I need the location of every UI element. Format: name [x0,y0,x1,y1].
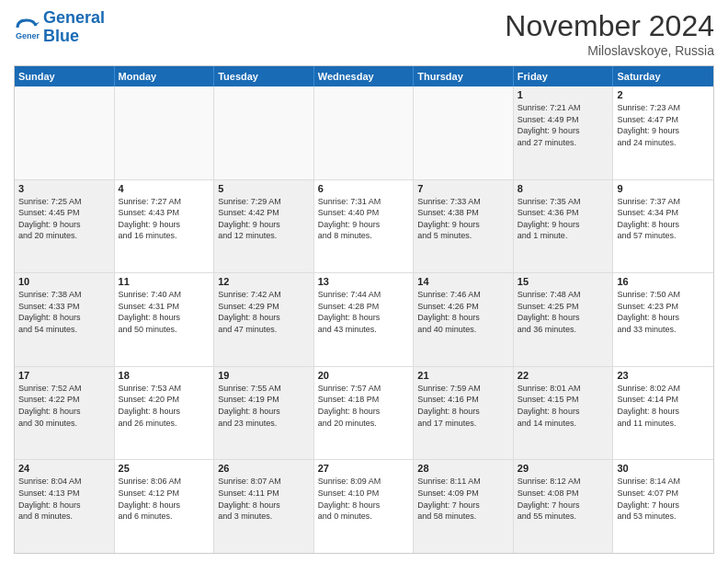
day-number: 7 [417,183,509,194]
day-number: 13 [318,276,410,287]
calendar-cell: 29Sunrise: 8:12 AMSunset: 4:08 PMDayligh… [514,460,614,553]
day-info: Sunrise: 8:01 AMSunset: 4:15 PMDaylight:… [518,383,609,429]
calendar-cell: 3Sunrise: 7:25 AMSunset: 4:45 PMDaylight… [15,180,115,273]
weekday-header: Sunday [15,66,115,86]
day-number: 17 [18,370,110,381]
day-info: Sunrise: 7:31 AMSunset: 4:40 PMDaylight:… [318,196,410,242]
calendar-cell: 18Sunrise: 7:53 AMSunset: 4:20 PMDayligh… [115,367,215,460]
day-number: 6 [318,183,410,194]
logo: General General Blue [14,9,105,46]
day-info: Sunrise: 7:55 AMSunset: 4:19 PMDaylight:… [218,383,310,429]
title-section: November 2024 Miloslavskoye, Russia [505,9,714,58]
location: Miloslavskoye, Russia [505,43,714,58]
day-number: 4 [119,183,210,194]
day-info: Sunrise: 7:33 AMSunset: 4:38 PMDaylight:… [417,196,509,242]
calendar-row: 3Sunrise: 7:25 AMSunset: 4:45 PMDaylight… [15,180,713,274]
calendar-cell: 19Sunrise: 7:55 AMSunset: 4:19 PMDayligh… [214,367,314,460]
calendar-cell: 16Sunrise: 7:50 AMSunset: 4:23 PMDayligh… [613,273,713,366]
page: General General Blue November 2024 Milos… [0,0,728,563]
calendar-cell [414,86,514,179]
day-info: Sunrise: 8:09 AMSunset: 4:10 PMDaylight:… [318,476,410,522]
calendar-cell: 10Sunrise: 7:38 AMSunset: 4:33 PMDayligh… [15,273,115,366]
calendar-cell: 22Sunrise: 8:01 AMSunset: 4:15 PMDayligh… [514,367,614,460]
calendar-cell: 2Sunrise: 7:23 AMSunset: 4:47 PMDaylight… [613,86,713,179]
svg-text:General: General [16,31,40,40]
day-info: Sunrise: 8:02 AMSunset: 4:14 PMDaylight:… [617,383,710,429]
day-info: Sunrise: 7:27 AMSunset: 4:43 PMDaylight:… [119,196,210,242]
weekday-header: Monday [115,66,215,86]
day-number: 21 [417,370,509,381]
calendar-cell: 5Sunrise: 7:29 AMSunset: 4:42 PMDaylight… [214,180,314,273]
day-info: Sunrise: 7:50 AMSunset: 4:23 PMDaylight:… [617,289,710,335]
day-number: 10 [18,276,110,287]
calendar-cell: 12Sunrise: 7:42 AMSunset: 4:29 PMDayligh… [214,273,314,366]
weekday-header: Thursday [414,66,514,86]
calendar-cell: 24Sunrise: 8:04 AMSunset: 4:13 PMDayligh… [15,460,115,553]
day-number: 22 [518,370,609,381]
day-number: 9 [617,183,710,194]
day-number: 25 [119,463,210,474]
day-info: Sunrise: 7:52 AMSunset: 4:22 PMDaylight:… [18,383,110,429]
calendar-cell: 9Sunrise: 7:37 AMSunset: 4:34 PMDaylight… [613,180,713,273]
logo-text: General Blue [43,9,105,46]
day-info: Sunrise: 8:12 AMSunset: 4:08 PMDaylight:… [518,476,609,522]
day-number: 12 [218,276,310,287]
day-info: Sunrise: 8:07 AMSunset: 4:11 PMDaylight:… [218,476,310,522]
day-number: 11 [119,276,210,287]
calendar-row: 10Sunrise: 7:38 AMSunset: 4:33 PMDayligh… [15,273,713,367]
day-number: 3 [18,183,110,194]
day-number: 16 [617,276,710,287]
day-info: Sunrise: 7:57 AMSunset: 4:18 PMDaylight:… [318,383,410,429]
day-info: Sunrise: 7:44 AMSunset: 4:28 PMDaylight:… [318,289,410,335]
day-info: Sunrise: 8:11 AMSunset: 4:09 PMDaylight:… [417,476,509,522]
day-number: 5 [218,183,310,194]
header: General General Blue November 2024 Milos… [14,9,714,58]
day-number: 14 [417,276,509,287]
calendar-cell: 21Sunrise: 7:59 AMSunset: 4:16 PMDayligh… [414,367,514,460]
day-number: 30 [617,463,710,474]
calendar-cell: 28Sunrise: 8:11 AMSunset: 4:09 PMDayligh… [414,460,514,553]
day-number: 19 [218,370,310,381]
day-info: Sunrise: 8:04 AMSunset: 4:13 PMDaylight:… [18,476,110,522]
day-number: 1 [518,89,609,100]
calendar-cell: 23Sunrise: 8:02 AMSunset: 4:14 PMDayligh… [613,367,713,460]
day-info: Sunrise: 7:23 AMSunset: 4:47 PMDaylight:… [617,102,710,148]
day-info: Sunrise: 7:48 AMSunset: 4:25 PMDaylight:… [518,289,609,335]
day-number: 27 [318,463,410,474]
calendar-cell [314,86,415,179]
day-info: Sunrise: 7:25 AMSunset: 4:45 PMDaylight:… [18,196,110,242]
day-info: Sunrise: 7:38 AMSunset: 4:33 PMDaylight:… [18,289,110,335]
calendar-cell: 20Sunrise: 7:57 AMSunset: 4:18 PMDayligh… [314,367,415,460]
day-number: 8 [518,183,609,194]
day-info: Sunrise: 7:59 AMSunset: 4:16 PMDaylight:… [417,383,509,429]
day-number: 29 [518,463,609,474]
calendar-cell: 15Sunrise: 7:48 AMSunset: 4:25 PMDayligh… [514,273,614,366]
day-number: 26 [218,463,310,474]
day-info: Sunrise: 7:35 AMSunset: 4:36 PMDaylight:… [518,196,609,242]
calendar-cell: 7Sunrise: 7:33 AMSunset: 4:38 PMDaylight… [414,180,514,273]
day-info: Sunrise: 8:06 AMSunset: 4:12 PMDaylight:… [119,476,210,522]
day-number: 2 [617,89,710,100]
calendar-cell [115,86,215,179]
day-number: 28 [417,463,509,474]
calendar-row: 17Sunrise: 7:52 AMSunset: 4:22 PMDayligh… [15,367,713,461]
calendar-cell: 14Sunrise: 7:46 AMSunset: 4:26 PMDayligh… [414,273,514,366]
calendar-cell: 4Sunrise: 7:27 AMSunset: 4:43 PMDaylight… [115,180,215,273]
day-info: Sunrise: 7:37 AMSunset: 4:34 PMDaylight:… [617,196,710,242]
calendar-cell: 11Sunrise: 7:40 AMSunset: 4:31 PMDayligh… [115,273,215,366]
weekday-header: Wednesday [314,66,415,86]
weekday-header: Friday [514,66,614,86]
calendar-cell: 26Sunrise: 8:07 AMSunset: 4:11 PMDayligh… [214,460,314,553]
weekday-header: Tuesday [214,66,314,86]
calendar-cell [15,86,115,179]
calendar-cell: 13Sunrise: 7:44 AMSunset: 4:28 PMDayligh… [314,273,415,366]
day-info: Sunrise: 7:29 AMSunset: 4:42 PMDaylight:… [218,196,310,242]
calendar-cell: 8Sunrise: 7:35 AMSunset: 4:36 PMDaylight… [514,180,614,273]
day-info: Sunrise: 7:21 AMSunset: 4:49 PMDaylight:… [518,102,609,148]
day-number: 20 [318,370,410,381]
calendar-header: SundayMondayTuesdayWednesdayThursdayFrid… [15,66,713,86]
calendar-row: 1Sunrise: 7:21 AMSunset: 4:49 PMDaylight… [15,86,713,180]
calendar-cell: 6Sunrise: 7:31 AMSunset: 4:40 PMDaylight… [314,180,415,273]
calendar-cell: 27Sunrise: 8:09 AMSunset: 4:10 PMDayligh… [314,460,415,553]
calendar-cell [214,86,314,179]
